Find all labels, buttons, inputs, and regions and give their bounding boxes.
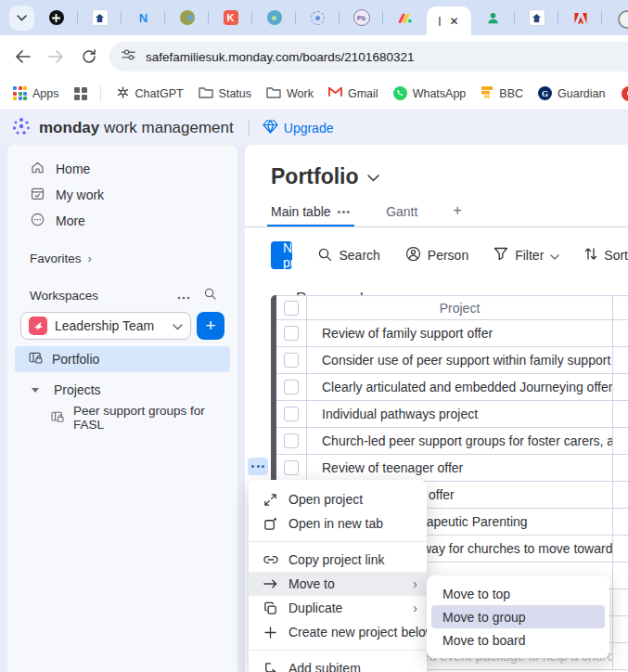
site-settings-icon[interactable] (121, 48, 136, 65)
move-to-submenu: Move to top Move to group Move to board (427, 575, 609, 658)
expand-arrows-icon (263, 493, 278, 507)
pinned-tab[interactable] (383, 0, 427, 35)
row-checkbox[interactable] (284, 326, 299, 341)
row-checkbox-cell[interactable] (276, 374, 307, 400)
pinned-tab[interactable]: K (209, 0, 252, 35)
menu-item-open-project[interactable]: Open project (249, 487, 427, 511)
board-view-tabs: Main table ••• Gantt + (245, 201, 628, 227)
bookmark-grid[interactable] (74, 87, 87, 100)
add-workspace-button[interactable]: + (197, 312, 224, 340)
pinned-tab[interactable] (515, 0, 558, 35)
select-all-checkbox[interactable] (284, 301, 299, 316)
sidebar-group-projects[interactable]: Projects (7, 378, 237, 402)
tab-search-chevron-icon[interactable] (9, 6, 34, 31)
submenu-item-move-to-top[interactable]: Move to top (431, 582, 605, 605)
table-row[interactable]: Church-led peer support groups for foste… (276, 428, 628, 455)
project-cell[interactable]: Individual pathways project (307, 401, 613, 427)
new-project-button[interactable]: New project (271, 241, 292, 269)
tab-add-view[interactable]: + (453, 202, 461, 226)
submenu-item-move-to-board[interactable]: Move to board (431, 628, 605, 652)
row-checkbox[interactable] (284, 460, 299, 475)
pinned-tab[interactable] (34, 0, 78, 35)
sidebar-favorites[interactable]: Favorites› (7, 247, 237, 269)
bookmarks-divider (100, 86, 101, 101)
sidebar-item-my-work[interactable]: My work (7, 182, 237, 208)
row-checkbox-cell[interactable] (276, 320, 307, 346)
url-text[interactable]: safefamiliesuk.monday.com/boards/2101680… (146, 50, 414, 64)
project-cell[interactable]: Consider use of peer support within fami… (307, 347, 613, 373)
workspace-selector[interactable]: Leadership Team (20, 312, 191, 340)
row-checkbox-cell[interactable] (276, 401, 307, 427)
bookmark-clipped[interactable] (622, 86, 628, 101)
pinned-tab[interactable]: Pb (340, 0, 383, 35)
sidebar-item-more[interactable]: More (7, 208, 237, 234)
bookmark-guardian[interactable]: G Guardian (538, 86, 605, 100)
table-row[interactable]: Clearly articulated and embedded Journey… (276, 374, 628, 401)
pinned-tab[interactable] (165, 0, 209, 35)
submenu-item-move-to-group[interactable]: Move to group (431, 605, 605, 628)
row-options-button[interactable] (248, 458, 268, 475)
bookmark-whatsapp[interactable]: WhatsApp (393, 86, 467, 100)
bookmark-work-folder[interactable]: Work (266, 86, 314, 101)
tab-close-icon[interactable]: ✕ (449, 16, 458, 27)
upgrade-button[interactable]: Upgrade (263, 120, 334, 136)
row-checkbox-cell[interactable] (276, 347, 307, 373)
project-cell[interactable]: Review of teenager offer (307, 455, 613, 481)
sidebar-board-peer-support[interactable]: Peer support groups for FASL (7, 406, 237, 430)
table-row[interactable]: Review of family support offer (276, 320, 628, 347)
workspaces-label: Workspaces (30, 289, 164, 303)
tab-options-icon[interactable]: ••• (338, 206, 352, 217)
project-cell[interactable]: Review of family support offer (307, 320, 613, 346)
pinned-tab[interactable] (78, 0, 122, 35)
bookmark-status-folder[interactable]: Status (199, 86, 251, 101)
chevron-down-icon[interactable] (550, 248, 559, 263)
project-cell[interactable]: Clearly articulated and embedded Journey… (307, 374, 613, 400)
sort-button[interactable]: Sort (584, 247, 628, 264)
sidebar-board-portfolio[interactable]: Portfolio (15, 346, 230, 372)
reload-button[interactable] (78, 45, 100, 68)
person-filter-button[interactable]: Person (405, 246, 468, 265)
row-checkbox[interactable] (284, 407, 299, 421)
workspaces-options-icon[interactable] (177, 287, 190, 304)
tab-main-table[interactable]: Main table ••• (271, 204, 351, 226)
forward-button[interactable] (45, 45, 67, 68)
row-checkbox[interactable] (284, 433, 299, 448)
collapse-triangle-icon[interactable] (32, 388, 39, 393)
menu-item-open-new-tab[interactable]: Open in new tab (249, 511, 427, 536)
pinned-tab[interactable] (558, 0, 602, 35)
bookmark-bbc[interactable]: BBC (481, 85, 523, 101)
search-button[interactable]: Search (317, 247, 379, 265)
project-cell[interactable]: Church-led peer support groups for foste… (307, 428, 613, 454)
bookmark-apps[interactable]: Apps (13, 86, 59, 100)
menu-item-add-subitem[interactable]: Add subitem (249, 656, 427, 672)
pinned-tab[interactable] (252, 0, 296, 35)
pinned-tab[interactable] (296, 0, 340, 35)
menu-divider (249, 541, 427, 542)
bookmark-gmail[interactable]: Gmail (328, 86, 378, 100)
board-title[interactable]: Portfolio (271, 164, 359, 189)
row-checkbox[interactable] (284, 353, 299, 368)
address-bar[interactable]: safefamiliesuk.monday.com/boards/2101680… (109, 42, 628, 71)
menu-item-duplicate[interactable]: Duplicate › (249, 596, 427, 620)
table-row[interactable]: Consider use of peer support within fami… (276, 347, 628, 374)
row-checkbox-cell[interactable] (276, 428, 307, 454)
table-row[interactable]: Individual pathways project (276, 401, 628, 428)
pinned-tab[interactable]: N (122, 0, 165, 35)
pinned-tab[interactable] (471, 0, 515, 35)
row-checkbox-cell[interactable] (276, 455, 307, 481)
menu-item-move-to[interactable]: Move to › (249, 572, 427, 596)
filter-button[interactable]: Filter (493, 247, 559, 264)
sidebar-item-home[interactable]: Home (7, 156, 237, 182)
bookmark-chatgpt[interactable]: ChatGPT (116, 85, 184, 102)
back-button[interactable] (11, 45, 33, 68)
menu-item-copy-link[interactable]: Copy project link (249, 548, 427, 572)
chevron-down-icon[interactable] (367, 169, 379, 186)
workspaces-search-icon[interactable] (203, 287, 217, 304)
row-checkbox[interactable] (284, 380, 299, 394)
header-checkbox-cell[interactable] (276, 296, 307, 319)
tab-gantt[interactable]: Gantt (386, 204, 417, 226)
project-column-header[interactable]: Project (307, 296, 613, 319)
table-row[interactable]: Review of teenager offer (276, 455, 628, 482)
active-tab[interactable]: ✕ (427, 6, 471, 35)
menu-item-create-below[interactable]: Create new project below (249, 620, 427, 644)
